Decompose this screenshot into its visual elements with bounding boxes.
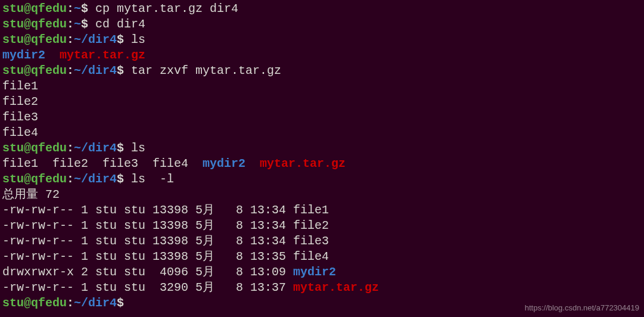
tar-output-line: file3 [2,110,642,125]
colon: : [67,64,74,77]
prompt-line-1: stu@qfedu:~$ cp mytar.tar.gz dir4 [2,1,642,17]
watermark: https://blog.csdn.net/a772304419 [525,303,639,313]
colon: : [67,17,74,31]
command-input[interactable] [124,296,131,310]
path-dir4: ~/dir4 [74,141,117,155]
path-dir4: ~/dir4 [74,296,117,310]
prompt-line-3: stu@qfedu:~/dir4$ ls [2,32,642,48]
ls-row: -rw-rw-r-- 1 stu stu 13398 5月 8 13:34 fi… [2,203,642,218]
user-host: stu@qfedu [2,141,67,155]
ls-row: -rw-rw-r-- 1 stu stu 13398 5月 8 13:35 fi… [2,249,642,265]
dollar: $ [117,64,124,77]
output-ls-long: -rw-rw-r-- 1 stu stu 13398 5月 8 13:34 fi… [2,203,642,296]
output-tar: file1file2file3file4 [2,79,642,141]
ls-row: -rw-rw-r-- 1 stu stu 13398 5月 8 13:34 fi… [2,234,642,249]
ls-row: -rw-rw-r-- 1 stu stu 3290 5月 8 13:37 myt… [2,280,642,296]
colon: : [67,2,74,15]
output-total: 总用量 72 [2,187,642,203]
dollar: $ [81,17,88,31]
file-name: file3 [293,234,329,248]
user-host: stu@qfedu [2,33,67,46]
user-host: stu@qfedu [2,2,67,15]
colon: : [67,296,74,310]
command-tar[interactable]: tar zxvf mytar.tar.gz [124,64,281,77]
user-host: stu@qfedu [2,64,67,77]
path-dir4: ~/dir4 [74,172,117,186]
colon: : [67,33,74,46]
dir-name: mydir2 [203,157,245,170]
ls-row: drwxrwxr-x 2 stu stu 4096 5月 8 13:09 myd… [2,265,642,280]
command-lsl[interactable]: ls -l [124,172,174,186]
output-ls1: mydir2 mytar.tar.gz [2,48,642,63]
file-name: file2 [293,219,329,232]
tar-output-line: file2 [2,94,642,110]
tar-output-line: file4 [2,125,642,141]
ls-row: -rw-rw-r-- 1 stu stu 13398 5月 8 13:34 fi… [2,218,642,234]
file-name: file1 [293,203,329,217]
dollar: $ [117,296,124,310]
prompt-line-5: stu@qfedu:~/dir4$ ls [2,141,642,156]
archive-name: mytar.tar.gz [293,281,379,294]
command-ls1[interactable]: ls [124,33,145,46]
archive-name: mytar.tar.gz [260,157,346,170]
gap [45,48,60,62]
dollar: $ [117,172,124,186]
command-ls2[interactable]: ls [124,141,145,155]
path-home: ~ [74,2,81,15]
path-home: ~ [74,17,81,31]
dollar: $ [81,2,88,15]
command-cp[interactable]: cp mytar.tar.gz dir4 [88,2,238,15]
output-ls2: file1 file2 file3 file4 mydir2 mytar.tar… [2,156,642,172]
dir-name: mydir2 [2,48,45,62]
colon: : [67,172,74,186]
file-name: file4 [293,250,329,263]
dollar: $ [117,33,124,46]
gap [245,157,260,170]
user-host: stu@qfedu [2,17,67,31]
prompt-line-6: stu@qfedu:~/dir4$ ls -l [2,172,642,187]
dollar: $ [117,141,124,155]
path-dir4: ~/dir4 [74,64,117,77]
colon: : [67,141,74,155]
path-dir4: ~/dir4 [74,33,117,46]
user-host: stu@qfedu [2,172,67,186]
prompt-line-2: stu@qfedu:~$ cd dir4 [2,17,642,32]
prompt-line-4: stu@qfedu:~/dir4$ tar zxvf mytar.tar.gz [2,63,642,79]
tar-output-line: file1 [2,79,642,94]
file-names: file1 file2 file3 file4 [2,157,203,170]
user-host: stu@qfedu [2,296,67,310]
dir-name: mydir2 [293,265,336,279]
command-cd[interactable]: cd dir4 [88,17,145,31]
archive-name: mytar.tar.gz [60,48,145,62]
